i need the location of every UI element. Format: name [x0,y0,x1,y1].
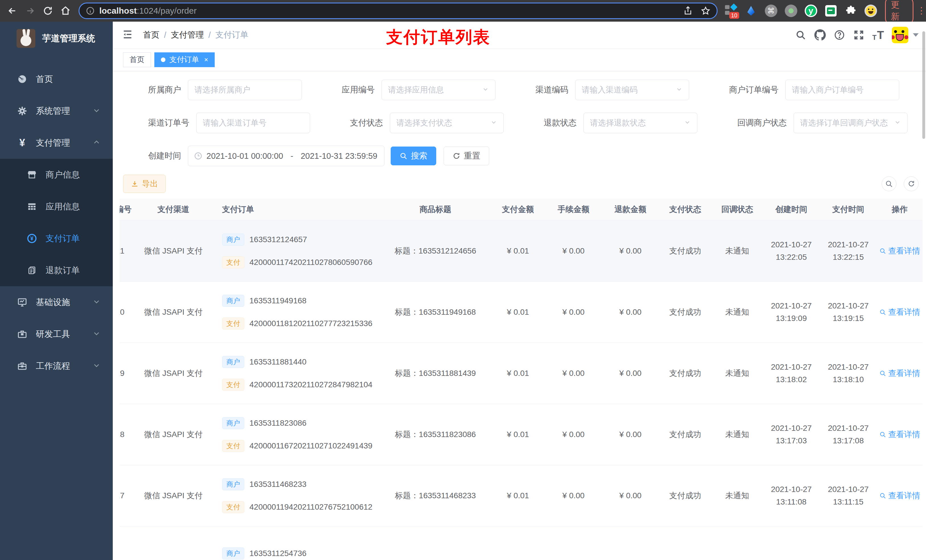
bookmark-star-icon[interactable] [701,6,710,16]
filter-channel-code: 渠道编码 请输入渠道编码 [535,80,689,100]
filter-app-id: 应用编号 请选择应用信息 [342,80,495,100]
chrome-menu-icon[interactable]: ⋮ [917,8,926,14]
search-icon [879,309,886,315]
browser-forward-button[interactable] [21,4,39,18]
sidebar-item-workflow[interactable]: 工作流程 [0,350,113,382]
pay-tag: 支付 [222,379,244,391]
sidebar-collapse-icon[interactable] [122,29,133,41]
browser-back-button[interactable] [3,4,21,18]
refresh-table-button[interactable] [904,177,918,191]
puzzle-extensions-icon[interactable] [844,4,858,18]
pay-order-table: 编号 支付渠道 支付订单 商品标题 支付金额 手续金额 退款金额 支付状态 回调… [120,199,923,559]
chrome-update-button[interactable]: 更新 [885,0,914,25]
browser-home-button[interactable] [57,4,74,18]
chevron-down-icon [482,86,489,94]
yen-circle-icon: ¥ [26,233,38,244]
merchant-tag: 商户 [222,548,244,559]
filter-row-2: 渠道订单号 支付状态 请选择支付状态 退款状态 请选择退款状态 回调商户状态 请… [113,113,926,133]
chevron-down-icon [490,119,497,127]
merchant-input[interactable] [188,80,302,100]
address-bar[interactable]: localhost:1024/pay/order [79,3,717,19]
pay-tag: 支付 [222,318,244,329]
filter-row-1: 所属商户 应用编号 请选择应用信息 渠道编码 请输入渠道编码 商户订单编号 [113,80,926,100]
window-scrollbar[interactable] [922,31,925,139]
help-icon[interactable] [830,25,849,45]
view-detail-link[interactable]: 查看详情 [879,429,920,440]
breadcrumb-current: 支付订单 [215,29,248,41]
chevron-down-icon [93,298,100,306]
channel-code-select[interactable]: 请输入渠道编码 [575,80,689,100]
export-button[interactable]: 导出 [123,175,166,193]
sidebar-item-infra[interactable]: 基础设施 [0,286,113,318]
refund-status-select[interactable]: 请选择退款状态 [584,113,698,133]
merchant-tag: 商户 [222,417,244,429]
view-detail-link[interactable]: 查看详情 [879,368,920,379]
active-dot [161,57,165,62]
emoji-extension-icon[interactable] [864,4,878,18]
filter-create-time: 创建时间 2021-10-01 00:00:00 - 2021-10-31 23… [148,146,384,166]
sidebar-item-merchant-info[interactable]: 商户信息 [0,159,113,191]
sidebar-item-system[interactable]: 系统管理 [0,95,113,127]
table-row: 21 微信 JSAPI 支付 商户1635312124657 支付4200001… [120,220,923,282]
sidebar-item-app-info[interactable]: 应用信息 [0,191,113,222]
refresh-icon [907,180,915,188]
chat-extension-icon[interactable] [824,4,838,18]
fullscreen-icon[interactable] [849,25,869,45]
pay-status-select[interactable]: 请选择支付状态 [390,113,504,133]
reset-button[interactable]: 重置 [443,146,489,165]
breadcrumb-pay[interactable]: 支付管理 [171,29,204,41]
recorder-extension-icon[interactable] [784,4,798,18]
search-icon[interactable] [791,25,810,45]
search-icon [399,152,407,160]
command-extension-icon[interactable]: ⌘ [764,4,778,18]
chevron-down-icon [93,362,100,370]
tab-home[interactable]: 首页 [123,52,151,67]
breadcrumb-home[interactable]: 首页 [143,29,159,41]
browser-chrome: localhost:1024/pay/order 10 ⌘ y 更新 ⋮ [0,0,926,22]
info-icon[interactable] [86,6,95,15]
share-icon[interactable] [683,6,693,16]
close-icon[interactable]: × [204,56,208,64]
pay-tag: 支付 [222,440,244,452]
sketch-extension-icon[interactable] [744,4,758,18]
tab-pay-order[interactable]: 支付订单 × [154,52,215,67]
view-detail-link[interactable]: 查看详情 [879,246,920,257]
table-row: 18 微信 JSAPI 支付 商户1635311823086 支付4200001… [120,404,923,465]
table-row: 商户1635311254736 [120,527,923,559]
search-button[interactable]: 搜索 [391,146,436,165]
navbar: 首页 / 支付管理 / 支付订单 支付订单列表 [113,22,926,48]
toggle-search-button[interactable] [882,177,896,191]
channel-order-no-input[interactable] [196,113,310,133]
yen-icon: ¥ [17,137,28,149]
sidebar-item-pay-order[interactable]: ¥ 支付订单 [0,222,113,254]
grid-icon [26,202,38,211]
filter-notify-status: 回调商户状态 请选择订单回调商户状态 [737,113,908,133]
font-size-icon[interactable]: TT [869,25,888,45]
sidebar-item-home[interactable]: 首页 [0,63,113,95]
filter-refund-status: 退款状态 请选择退款状态 [543,113,698,133]
sidebar-item-pay[interactable]: ¥ 支付管理 [0,127,113,159]
view-detail-link[interactable]: 查看详情 [879,307,920,318]
merchant-order-no-input[interactable] [785,80,899,100]
browser-reload-button[interactable] [39,4,57,18]
user-avatar[interactable] [892,27,908,43]
notify-status-select[interactable]: 请选择订单回调商户状态 [794,113,908,133]
filter-row-3: 创建时间 2021-10-01 00:00:00 - 2021-10-31 23… [113,146,926,166]
search-icon [879,370,886,377]
sidebar-item-devtools[interactable]: 研发工具 [0,318,113,350]
y-extension-icon[interactable]: y [804,4,818,18]
view-detail-link[interactable]: 查看详情 [879,490,920,501]
extension-icon[interactable]: 10 [725,4,738,18]
sidebar-item-refund-order[interactable]: 退款订单 [0,254,113,286]
github-icon[interactable] [810,25,830,45]
table-header-row: 编号 支付渠道 支付订单 商品标题 支付金额 手续金额 退款金额 支付状态 回调… [120,199,923,220]
download-icon [131,180,139,188]
table-row: 19 微信 JSAPI 支付 商户1635311881440 支付4200001… [120,343,923,404]
app-id-select[interactable]: 请选择应用信息 [381,80,495,100]
avatar-caret-icon[interactable] [913,33,918,37]
chevron-down-icon [676,86,682,94]
document-icon [26,266,38,275]
chevron-down-icon [684,119,691,127]
date-range-input[interactable]: 2021-10-01 00:00:00 - 2021-10-31 23:59:5… [188,146,384,166]
filter-pay-status: 支付状态 请选择支付状态 [350,113,504,133]
